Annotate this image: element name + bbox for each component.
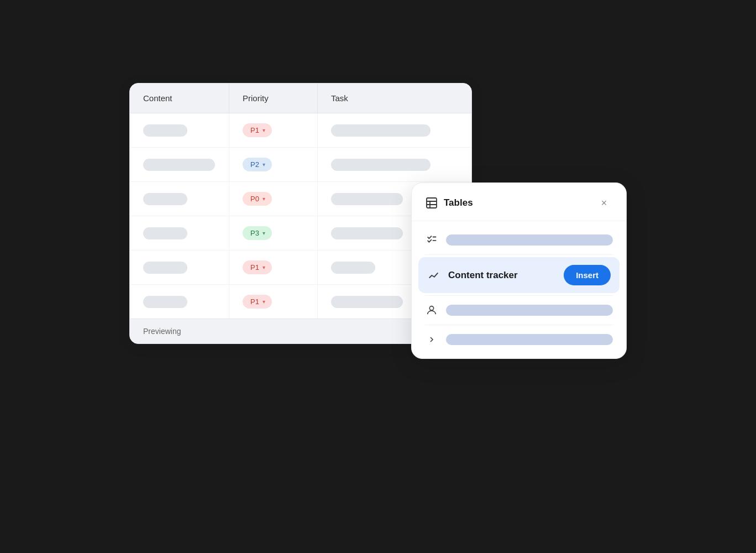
divider [425, 254, 613, 255]
content-tracker-label: Content tracker [448, 270, 556, 281]
content-cell [130, 216, 229, 250]
priority-badge-p1[interactable]: P1 ▾ [243, 123, 272, 137]
popup-list: Content tracker Insert [412, 221, 626, 358]
content-cell [130, 285, 229, 319]
person-icon [425, 304, 438, 317]
task-pill [331, 296, 403, 308]
task-pill [331, 193, 403, 205]
trending-icon [427, 269, 440, 282]
priority-label: P1 [250, 298, 259, 306]
previewing-label: Previewing [143, 327, 181, 336]
header-task: Task [318, 84, 471, 113]
content-pill [143, 227, 187, 239]
content-pill [143, 159, 215, 171]
chevron-down-icon: ▾ [262, 196, 265, 202]
priority-label: P2 [250, 160, 259, 169]
priority-cell[interactable]: P2 ▾ [229, 148, 318, 181]
chevron-down-icon: ▾ [262, 299, 265, 305]
chevron-down-icon: ▾ [262, 127, 265, 133]
popup-item-content-tracker[interactable]: Content tracker Insert [418, 257, 620, 293]
content-pill [143, 296, 187, 308]
priority-cell[interactable]: P0 ▾ [229, 182, 318, 216]
table-row: P2 ▾ [130, 148, 471, 182]
chevron-down-icon: ▾ [262, 230, 265, 236]
content-pill [143, 193, 187, 205]
item-label-pill [446, 234, 613, 246]
content-pill [143, 124, 187, 137]
close-icon: × [601, 197, 607, 209]
item-label-pill [446, 334, 613, 345]
content-cell [130, 148, 229, 181]
table-row: P1 ▾ [130, 113, 471, 148]
popup-header: Tables × [412, 183, 626, 221]
popup-item-person[interactable] [412, 296, 626, 325]
chevron-down-icon: ▾ [262, 161, 265, 168]
header-priority: Priority [229, 84, 318, 113]
content-cell [130, 251, 229, 284]
priority-badge-p0[interactable]: P0 ▾ [243, 192, 272, 206]
svg-rect-0 [427, 198, 437, 208]
priority-label: P1 [250, 126, 259, 134]
checklist-icon [425, 233, 438, 247]
priority-cell[interactable]: P3 ▾ [229, 216, 318, 250]
task-pill [331, 124, 431, 137]
item-label-pill [446, 305, 613, 316]
close-button[interactable]: × [595, 194, 613, 212]
priority-badge-p1[interactable]: P1 ▾ [243, 260, 272, 274]
popup-item-checklist[interactable] [412, 226, 626, 254]
header-content: Content [130, 84, 229, 113]
popup-title-group: Tables [425, 196, 473, 210]
content-cell [130, 182, 229, 216]
table-header: Content Priority Task [130, 84, 471, 113]
priority-cell[interactable]: P1 ▾ [229, 113, 318, 147]
popup-item-chevron[interactable] [412, 325, 626, 354]
insert-button[interactable]: Insert [564, 265, 611, 285]
priority-badge-p1[interactable]: P1 ▾ [243, 295, 272, 309]
tables-icon [425, 196, 438, 210]
task-cell [318, 113, 471, 147]
priority-cell[interactable]: P1 ▾ [229, 251, 318, 284]
priority-badge-p3[interactable]: P3 ▾ [243, 226, 272, 240]
priority-label: P1 [250, 263, 259, 272]
task-pill [331, 227, 403, 239]
task-pill [331, 262, 375, 274]
task-pill [331, 159, 431, 171]
content-pill [143, 262, 187, 274]
chevron-right-icon [425, 333, 438, 346]
priority-label: P3 [250, 229, 259, 237]
chevron-down-icon: ▾ [262, 264, 265, 270]
priority-cell[interactable]: P1 ▾ [229, 285, 318, 319]
popup-title: Tables [444, 197, 473, 208]
priority-label: P0 [250, 195, 259, 203]
priority-badge-p2[interactable]: P2 ▾ [243, 158, 272, 171]
tables-popup: Tables × [411, 182, 627, 359]
task-cell [318, 148, 471, 181]
content-cell [130, 113, 229, 147]
svg-point-6 [429, 306, 433, 310]
